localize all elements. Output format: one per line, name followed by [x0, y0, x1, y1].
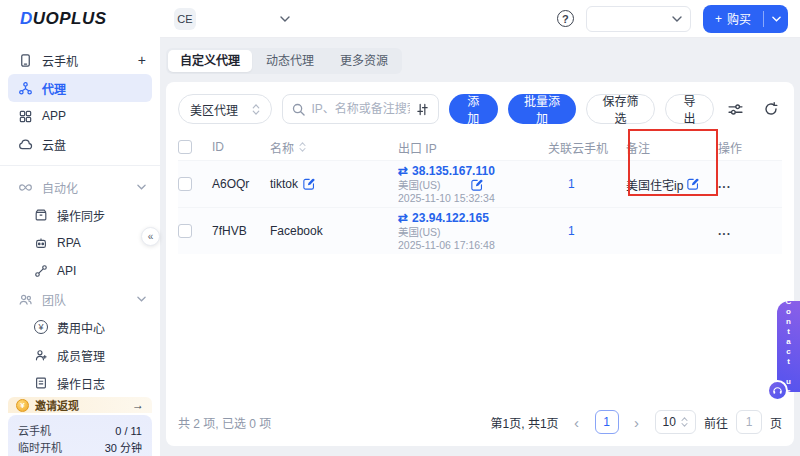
ip-region: 美国(US)	[398, 179, 441, 192]
region-filter-select[interactable]: 美区代理	[178, 94, 272, 124]
tab-dynamic-proxy[interactable]: 动态代理	[254, 50, 326, 72]
contact-us-button[interactable]: Contact us	[777, 301, 800, 392]
more-actions-button[interactable]: ...	[718, 224, 731, 238]
row-checkbox[interactable]	[178, 224, 192, 238]
duoplus-logo: DUOPLUS	[20, 9, 107, 29]
sidebar-item-label: APP	[42, 109, 66, 123]
ip-link[interactable]: 38.135.167.110	[412, 164, 495, 179]
sync-box-icon	[34, 208, 48, 222]
row-checkbox[interactable]	[178, 177, 192, 191]
column-settings-icon[interactable]	[724, 98, 746, 120]
proxy-network-icon	[18, 81, 33, 96]
header-checkbox-cell	[178, 140, 212, 154]
contact-us-label: Contact us	[784, 297, 793, 397]
sidebar-collapse-button[interactable]: «	[141, 227, 160, 246]
topbar: CE ? + 购买	[160, 0, 800, 38]
sidebar-item-app[interactable]: APP	[0, 102, 160, 130]
tab-custom-proxy[interactable]: 自定义代理	[168, 50, 252, 72]
invite-cashback-banner[interactable]: ¥ 邀请返现 →	[8, 397, 152, 413]
logo-first-letter: D	[20, 9, 33, 28]
linked-count-link[interactable]: 1	[548, 177, 575, 191]
sidebar-item-label: API	[57, 264, 76, 278]
workspace-selector[interactable]: CE	[168, 6, 296, 32]
sort-icon[interactable]	[299, 142, 306, 152]
selection-summary: 共 2 项, 已选 0 项	[178, 414, 271, 431]
cell-linked: 1	[548, 177, 626, 191]
next-page-button[interactable]: ›	[627, 411, 647, 433]
linked-count-link[interactable]: 1	[548, 224, 575, 238]
table-footer: 共 2 项, 已选 0 项 第1页, 共1页 ‹ 1 › 10 前往 页	[178, 400, 782, 434]
header-actions: 操作	[718, 139, 764, 156]
main-area: CE ? + 购买 自定义代理	[160, 0, 800, 456]
region-filter-value: 美区代理	[190, 101, 238, 118]
buy-button[interactable]: + 购买	[703, 5, 763, 33]
cell-actions: ...	[718, 177, 764, 191]
filter-sliders-icon[interactable]	[416, 103, 429, 116]
cell-id: A6OQr	[212, 177, 270, 191]
header-name: 名称	[270, 139, 398, 156]
header-name-label: 名称	[270, 139, 294, 156]
refresh-icon[interactable]	[760, 98, 782, 120]
edit-icon[interactable]	[303, 178, 315, 190]
chevron-down-icon	[137, 296, 146, 302]
goto-page-input[interactable]	[736, 410, 762, 434]
sidebar-item-cloud-disk[interactable]: 云盘	[0, 130, 160, 158]
headset-icon	[767, 380, 788, 401]
sidebar-item-label: RPA	[57, 236, 81, 250]
table-row: A6OQr tiktok ⇄ 38.135.167.110 美国(US)	[178, 160, 782, 207]
remark-text: 美国住宅ip	[626, 176, 683, 193]
swap-ip-icon[interactable]: ⇄	[398, 164, 408, 179]
table-row: 7fHVB Facebook ⇄ 23.94.122.165 美国(US) 20…	[178, 207, 782, 254]
edit-icon[interactable]	[687, 178, 699, 190]
ip-link[interactable]: 23.94.122.165	[412, 211, 489, 226]
sidebar-item-op-sync[interactable]: 操作同步	[0, 201, 160, 229]
content-area: 自定义代理 动态代理 更多资源 美区代理 添加	[160, 38, 800, 456]
workspace-badge: CE	[174, 8, 196, 30]
page-unit-label: 页	[770, 414, 782, 431]
proxy-name: tiktok	[270, 177, 298, 191]
plus-icon: +	[715, 12, 722, 26]
stat-value: 0 / 11	[115, 423, 142, 440]
more-actions-button[interactable]: ...	[718, 177, 731, 191]
topbar-dropdown[interactable]	[586, 6, 691, 32]
ip-line: ⇄ 38.135.167.110	[398, 164, 548, 179]
sidebar-section-automation[interactable]: 自动化	[0, 173, 160, 201]
buy-label: 购买	[727, 10, 751, 27]
current-page-button[interactable]: 1	[595, 410, 619, 434]
ip-time: 2025-11-10 15:32:34	[398, 192, 548, 205]
sidebar-item-rpa[interactable]: RPA	[0, 229, 160, 257]
prev-page-button[interactable]: ‹	[567, 411, 587, 433]
sidebar-item-billing[interactable]: ¥ 费用中心	[0, 313, 160, 341]
caret-updown-icon	[252, 104, 260, 115]
add-button[interactable]: 添加	[449, 94, 498, 124]
cell-id: 7fHVB	[212, 224, 270, 238]
pagination: 第1页, 共1页 ‹ 1 › 10 前往 页	[491, 410, 782, 434]
save-filter-button[interactable]: 保存筛选	[586, 94, 654, 124]
chevron-down-icon	[280, 16, 290, 22]
sidebar-item-proxy[interactable]: 代理	[8, 74, 152, 102]
coin-icon: ¥	[16, 399, 29, 412]
sidebar-item-label: 操作日志	[57, 375, 105, 392]
batch-add-button[interactable]: 批量添加	[508, 94, 576, 124]
buy-more-button[interactable]	[764, 5, 788, 33]
sidebar-item-api[interactable]: API	[0, 257, 160, 285]
robot-icon	[34, 236, 48, 250]
page-size-select[interactable]: 10	[655, 410, 696, 434]
sidebar-item-label: 费用中心	[57, 319, 105, 336]
export-button[interactable]: 导出	[665, 94, 714, 124]
sidebar-item-cloud-phone[interactable]: 云手机 +	[0, 46, 160, 74]
tab-more-resources[interactable]: 更多资源	[328, 50, 400, 72]
api-nodes-icon	[34, 264, 48, 278]
cell-ip: ⇄ 23.94.122.165 美国(US) 2025-11-06 17:16:…	[398, 211, 548, 252]
add-cloud-phone-icon[interactable]: +	[138, 52, 146, 68]
sidebar-item-op-log[interactable]: 操作日志	[0, 369, 160, 397]
swap-ip-icon[interactable]: ⇄	[398, 211, 408, 226]
sidebar-section-label: 团队	[42, 291, 66, 308]
help-icon[interactable]: ?	[557, 10, 574, 27]
select-all-checkbox[interactable]	[178, 140, 192, 154]
sidebar-item-members[interactable]: 成员管理	[0, 341, 160, 369]
sidebar-nav: 云手机 + 代理 APP 云盘 自动化	[0, 38, 160, 456]
edit-icon[interactable]	[471, 179, 483, 191]
sidebar-section-team[interactable]: 团队	[0, 285, 160, 313]
search-input[interactable]	[311, 102, 409, 116]
